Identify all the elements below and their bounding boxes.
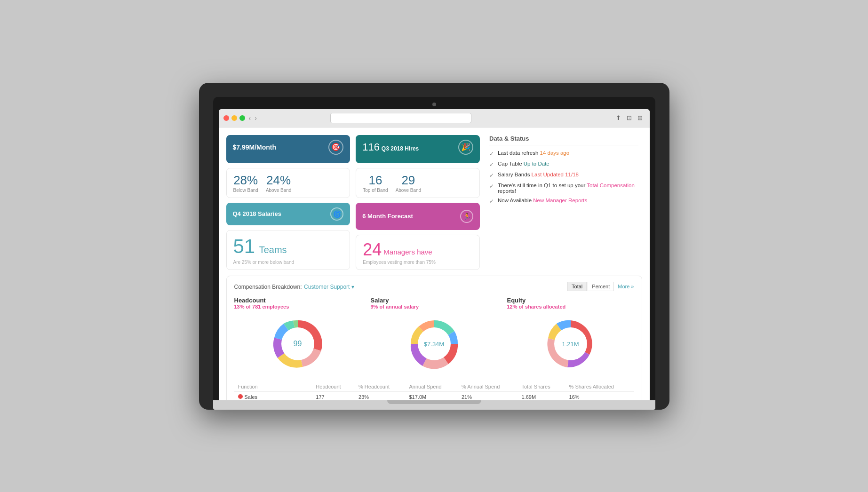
comp-filter[interactable]: Customer Support ▾ [304, 284, 354, 290]
q4-big-label: Teams [259, 245, 287, 260]
charts-row: Headcount 13% of 781 employees [234, 297, 634, 374]
forecast-title: 6 Month Forecast [362, 213, 413, 220]
col-annual-spend: Annual Spend [405, 382, 458, 392]
status-text-3: Salary Bands Last Updated 11/18 [498, 172, 579, 177]
forecast-card-header: 6 Month Forecast 🏃 [356, 203, 480, 230]
share-button[interactable]: ⬆ [614, 113, 623, 122]
laptop-frame: ‹ › ⬆ ⊡ ⊞ [199, 83, 669, 410]
back-button[interactable]: ‹ [249, 114, 251, 122]
salary-chart: Salary 9% of annual salary [371, 297, 498, 374]
top-of-band-label: Top of Band [363, 188, 388, 193]
toggle-percent[interactable]: Percent [588, 282, 614, 291]
headcount-donut: 99 [267, 313, 328, 374]
comp-controls: Total Percent More » [567, 282, 634, 291]
status-link-2[interactable]: Up to Date [524, 161, 549, 167]
more-link[interactable]: More » [618, 284, 634, 289]
status-text-1: Last data refresh 14 days ago [498, 150, 569, 156]
salary-subtitle: 9% of annual salary [371, 304, 498, 309]
col-pct-annual: % Annual Spend [458, 382, 518, 392]
salary-title: $7.99M/Month [233, 143, 277, 151]
status-item-4: ✓ There's still time in Q1 to set up you… [489, 183, 638, 194]
equity-value: 1.21M [562, 340, 579, 347]
cell-pct-hc: 23% [355, 391, 405, 400]
status-text-5: Now Available New Manager Reports [498, 198, 587, 203]
headcount-value: 99 [294, 340, 302, 348]
check-2: ✓ [489, 161, 494, 168]
toggle-total[interactable]: Total [567, 282, 587, 291]
q4-icon: 🌀 [330, 207, 343, 221]
col-pct-headcount: % Headcount [355, 382, 405, 392]
equity-subtitle: 12% of shares allocated [507, 304, 634, 309]
salary-icon: 🎯 [328, 140, 343, 155]
minimize-button[interactable] [231, 115, 237, 121]
above-band-stat: 24% Above Band [266, 173, 292, 193]
headcount-chart: Headcount 13% of 781 employees [234, 297, 361, 374]
salary-chart-title: Salary [371, 297, 498, 304]
check-5: ✓ [489, 198, 494, 205]
menu-button[interactable]: ⊞ [636, 113, 645, 122]
above-band-hires-value: 29 [396, 173, 422, 188]
headcount-subtitle: 13% of 781 employees [234, 304, 361, 309]
browser-chrome: ‹ › ⬆ ⊡ ⊞ [219, 109, 650, 127]
status-link-1[interactable]: 14 days ago [540, 150, 570, 156]
forecast-sub-label: Employees vesting more than 75% [363, 260, 473, 265]
salary-donut: $7.34M [404, 313, 465, 374]
forecast-big-label: Managers have [383, 248, 432, 260]
forecast-stats-card: 24 Managers have Employees vesting more … [356, 235, 480, 270]
function-dot [238, 394, 243, 399]
forecast-icon: 🏃 [460, 210, 473, 223]
status-link-3[interactable]: Last Updated 11/18 [532, 172, 579, 177]
status-link-4[interactable]: Total Compensation [587, 183, 635, 188]
hires-stats-card: 16 Top of Band 29 Above Band [356, 168, 480, 198]
col-pct-shares: % Shares Allocated [565, 382, 634, 392]
url-bar[interactable] [330, 113, 471, 123]
equity-chart: Equity 12% of shares allocated [507, 297, 634, 374]
status-text-4: There's still time in Q1 to set up your … [498, 183, 638, 194]
status-text-2: Cap Table Up to Date [498, 161, 549, 167]
col-headcount: Headcount [312, 382, 355, 392]
browser-toolbar-right: ⬆ ⊡ ⊞ [614, 113, 645, 122]
hires-subtitle: Q3 2018 Hires [382, 145, 419, 152]
cell-pct-annual: 21% [458, 391, 518, 400]
close-button[interactable] [223, 115, 229, 121]
top-of-band-stat: 16 Top of Band [363, 173, 388, 193]
below-band-label: Below Band [233, 188, 258, 193]
comp-title: Compensation Breakdown: [234, 284, 302, 290]
col-total-shares: Total Shares [518, 382, 565, 392]
laptop-base [213, 400, 655, 410]
cell-headcount: 177 [312, 391, 355, 400]
equity-donut: 1.21M [540, 313, 601, 374]
traffic-lights [223, 115, 245, 121]
camera-dot [432, 103, 436, 106]
status-link-5[interactable]: New Manager Reports [533, 198, 587, 203]
below-band-stat: 28% Below Band [233, 173, 258, 193]
above-band-value: 24% [266, 173, 292, 188]
headcount-title: Headcount [234, 297, 361, 304]
data-status-title: Data & Status [489, 135, 638, 145]
comp-header: Compensation Breakdown: Customer Support… [234, 282, 634, 291]
compensation-table: Function Headcount % Headcount Annual Sp… [234, 382, 634, 400]
above-band-label: Above Band [266, 188, 292, 193]
forward-button[interactable]: › [255, 114, 257, 122]
cell-function: Sales [234, 391, 312, 400]
q4-stats-card: 51 Teams Are 25% or more below band [226, 230, 350, 270]
check-1: ✓ [489, 151, 494, 157]
hires-icon: 🎉 [458, 140, 473, 155]
table-row: Sales 177 23% $17.0M 21% 1.69M 16% [234, 391, 634, 400]
data-status-panel: Data & Status ✓ Last data refresh 14 day… [486, 135, 642, 270]
laptop-hinge [387, 400, 481, 404]
bookmark-button[interactable]: ⊡ [625, 113, 634, 122]
above-band-hires-stat: 29 Above Band [396, 173, 422, 193]
salary-stats-card: 28% Below Band 24% Above Band [226, 168, 350, 198]
equity-chart-title: Equity [507, 297, 634, 304]
status-item-3: ✓ Salary Bands Last Updated 11/18 [489, 172, 638, 179]
comp-toggle: Total Percent [567, 282, 614, 291]
browser-content: $7.99M/Month 🎯 28% Below Band [219, 127, 650, 400]
salary-card-header: $7.99M/Month 🎯 [226, 135, 350, 163]
q4-sub-label: Are 25% or more below band [233, 260, 343, 265]
maximize-button[interactable] [239, 115, 245, 121]
q4-card-header: Q4 2018 Salaries 🌀 [226, 203, 350, 225]
hires-number: 116 [362, 141, 380, 153]
check-4: ✓ [489, 183, 494, 190]
top-of-band-value: 16 [363, 173, 388, 188]
